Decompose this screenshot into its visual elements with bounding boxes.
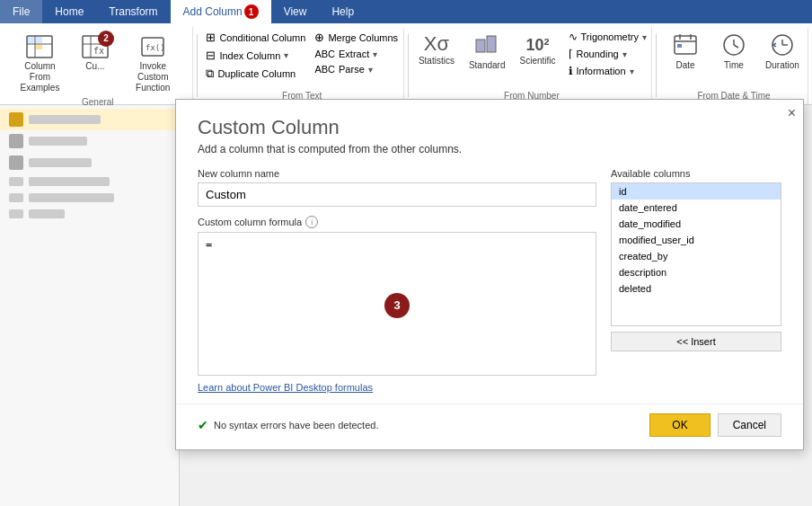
separator-3 (656, 34, 657, 97)
rounding-icon: ⌈ (569, 48, 573, 60)
formula-info-icon[interactable]: i (305, 216, 318, 228)
ribbon: File Home Transform Add Column 1 View He… (0, 0, 812, 105)
parse-button[interactable]: ABC Parse ▾ (311, 62, 402, 76)
formula-textarea[interactable] (198, 232, 596, 376)
column-examples-icon (25, 32, 54, 61)
separator-2 (408, 34, 409, 97)
svg-rect-3 (28, 37, 34, 43)
information-button[interactable]: ℹ Information ▾ (565, 63, 650, 79)
new-column-name-input[interactable] (198, 182, 596, 207)
learn-link[interactable]: Learn about Power BI Desktop formulas (198, 382, 596, 393)
ribbon-tab-bar: File Home Transform Add Column 1 View He… (0, 0, 812, 23)
column-list-item[interactable]: deleted (612, 280, 781, 297)
formula-container: 3 (198, 232, 596, 378)
ribbon-content: Column FromExamples fx 2 Cu... (0, 23, 812, 104)
item-label (29, 193, 114, 202)
item-label (29, 115, 101, 124)
item-icon (9, 193, 23, 202)
duration-button[interactable]: Duration (760, 29, 805, 75)
dialog-close-button[interactable]: × (788, 105, 796, 121)
item-label (29, 177, 110, 186)
item-icon (9, 177, 23, 186)
conditional-icon: ⊞ (206, 31, 216, 44)
duplicate-icon: ⧉ (206, 67, 214, 81)
trigonometry-button[interactable]: ∿ Trigonometry ▾ (565, 29, 650, 45)
ribbon-group-from-number: Xσ Statistics Standard 10² (412, 27, 652, 104)
item-label (29, 209, 65, 218)
badge-1: 1 (244, 4, 259, 19)
index-column-button[interactable]: ⊟ Index Column ▾ (202, 47, 309, 64)
extract-button[interactable]: ABC Extract ▾ (311, 47, 402, 61)
list-item[interactable] (0, 109, 179, 130)
svg-line-21 (734, 45, 738, 48)
scientific-button[interactable]: 10² Scientific (515, 29, 561, 79)
columns-list: id date_entered date_modified modified_u… (611, 182, 781, 326)
ribbon-group-from-text: ⊞ Conditional Column ⊟ Index Column ▾ ⧉ … (201, 27, 404, 104)
item-label (29, 158, 92, 167)
item-label (29, 137, 87, 146)
list-item[interactable] (0, 152, 179, 173)
svg-text:fx(): fx() (146, 43, 165, 52)
time-button[interactable]: Time (711, 29, 756, 75)
column-list-item[interactable]: created_by (612, 248, 781, 264)
insert-button[interactable]: << Insert (611, 332, 781, 351)
info-icon: ℹ (569, 65, 573, 77)
custom-column-dialog: × Custom Column Add a column that is com… (175, 99, 804, 450)
invoke-custom-function-button[interactable]: fx() Invoke CustomFunction (119, 29, 187, 97)
duplicate-column-button[interactable]: ⧉ Duplicate Column (202, 65, 309, 83)
formula-label: Custom column formula i (198, 216, 596, 228)
tab-view[interactable]: View (271, 0, 320, 23)
date-button[interactable]: Date (663, 29, 708, 75)
list-item[interactable] (0, 130, 179, 152)
available-columns-label: Available columns (611, 168, 781, 179)
column-list-item[interactable]: description (612, 264, 781, 280)
status-area: ✔ No syntax errors have been detected. (198, 418, 642, 432)
list-item[interactable] (0, 173, 179, 190)
table-icon-gray (9, 155, 23, 170)
item-icon (9, 209, 23, 218)
tab-file[interactable]: File (0, 0, 42, 23)
svg-rect-4 (36, 37, 42, 43)
table-icon-gray (9, 134, 23, 148)
conditional-column-button[interactable]: ⊞ Conditional Column (202, 29, 309, 46)
tab-help[interactable]: Help (319, 0, 366, 23)
dialog-body: New column name Custom column formula i … (176, 168, 803, 404)
tab-home[interactable]: Home (42, 0, 96, 23)
ok-button[interactable]: OK (649, 413, 710, 437)
svg-rect-12 (476, 40, 485, 52)
custom-column-button[interactable]: fx 2 Cu... (73, 29, 118, 75)
dialog-subtitle: Add a column that is computed from the o… (176, 143, 803, 168)
invoke-icon: fx() (138, 32, 167, 61)
time-icon (721, 32, 746, 60)
tab-add-column[interactable]: Add Column 1 (171, 0, 271, 23)
statistics-icon: Xσ (424, 32, 449, 56)
column-list-item[interactable]: date_entered (612, 200, 781, 216)
index-icon: ⊟ (206, 49, 216, 62)
column-list-item[interactable]: id (612, 183, 781, 200)
check-icon: ✔ (198, 418, 208, 432)
svg-line-26 (773, 45, 776, 47)
ribbon-group-from-date: Date Time (660, 27, 808, 104)
badge-2: 2 (98, 31, 114, 47)
merge-icon: ⊕ (314, 31, 324, 44)
parse-icon: ABC (314, 64, 335, 75)
duration-icon (770, 32, 795, 60)
tab-transform[interactable]: Transform (96, 0, 170, 23)
sidebar (0, 105, 180, 506)
column-list-item[interactable]: date_modified (612, 216, 781, 232)
ribbon-group-general: Column FromExamples fx 2 Cu... (4, 27, 193, 104)
list-item[interactable] (0, 206, 179, 222)
svg-rect-18 (677, 44, 682, 48)
list-item[interactable] (0, 190, 179, 206)
dialog-footer: ✔ No syntax errors have been detected. O… (176, 404, 803, 449)
rounding-button[interactable]: ⌈ Rounding ▾ (565, 46, 650, 62)
standard-button[interactable]: Standard (463, 29, 511, 79)
statistics-button[interactable]: Xσ Statistics (413, 29, 460, 79)
status-text: No syntax errors have been detected. (214, 420, 378, 431)
cancel-button[interactable]: Cancel (718, 413, 781, 437)
column-from-examples-button[interactable]: Column FromExamples (9, 29, 71, 97)
svg-rect-13 (487, 36, 496, 52)
dialog-title: Custom Column (176, 100, 803, 143)
merge-columns-button[interactable]: ⊕ Merge Columns (311, 29, 402, 46)
column-list-item[interactable]: modified_user_id (612, 232, 781, 248)
